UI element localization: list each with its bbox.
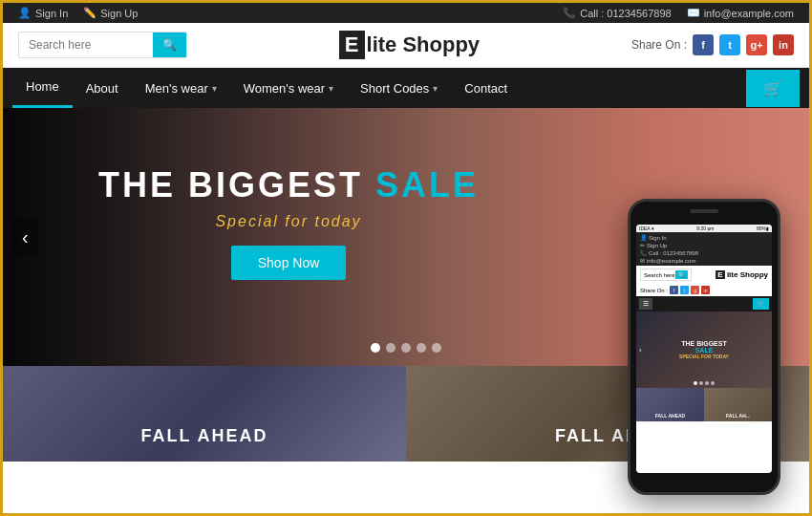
- hero-section: THE BIGGEST SALE Special for today Shop …: [3, 108, 809, 366]
- phone-top-bar: 👤 Sign In ✏ Sign Up 📞 Call : 01234567898…: [636, 232, 772, 266]
- hero-dots: [371, 343, 441, 353]
- phone-signin-item: 👤 Sign In: [640, 234, 768, 241]
- phone-search-placeholder: Search here: [644, 272, 675, 278]
- phone-thumbnails: FALL AHEAD FALL AH...: [636, 388, 772, 421]
- phone-header: Search here 🔍 E lite Shoppy: [636, 266, 772, 284]
- phone-phone-label: Call : 01234567898: [649, 250, 698, 256]
- signup-icon: ✏️: [83, 7, 96, 19]
- hero-title: THE BIGGEST SALE: [98, 165, 479, 205]
- nav-mens-wear[interactable]: Men's wear ▾: [132, 70, 230, 107]
- hero-content: THE BIGGEST SALE Special for today Shop …: [98, 165, 479, 280]
- share-section: Share On : f t g+ in: [631, 34, 794, 55]
- dot-4[interactable]: [417, 343, 426, 353]
- dot-5[interactable]: [432, 343, 441, 353]
- phone-hero-title: THE BIGGEST: [679, 340, 729, 347]
- phone-tw-btn[interactable]: t: [680, 286, 689, 294]
- phone-search-btn[interactable]: 🔍: [675, 270, 688, 279]
- phone-cart-btn[interactable]: 🛒: [753, 298, 769, 310]
- phone-icon: 📞: [563, 7, 576, 19]
- search-button[interactable]: 🔍: [153, 32, 186, 57]
- phone-thumb-1-label: FALL AHEAD: [655, 413, 685, 419]
- phone-status-bar: IDEA ▾ 9:20 pm 80%▮: [636, 225, 772, 232]
- phone-search: Search here 🔍: [640, 269, 692, 281]
- dot-3[interactable]: [401, 343, 411, 353]
- phone-gp-btn[interactable]: g: [691, 286, 699, 294]
- hero-title-text: THE BIGGEST: [98, 165, 375, 204]
- logo-text: lite Shoppy: [367, 32, 481, 57]
- phone-signup-icon: ✏: [640, 242, 645, 248]
- phone-dot-4: [711, 381, 715, 385]
- signup-link[interactable]: ✏️ Sign Up: [83, 7, 138, 19]
- navigation: Home About Men's wear ▾ Women's wear ▾ S…: [3, 68, 809, 108]
- phone-speaker: [690, 209, 718, 213]
- search-input[interactable]: [19, 33, 153, 56]
- phone-thumb-2-label: FALL AH...: [726, 413, 750, 419]
- phone-dot-2: [699, 381, 703, 385]
- phone-hero-arrow[interactable]: ‹: [639, 346, 642, 355]
- phone-phone-icon: 📞: [640, 249, 647, 256]
- phone-share-label: Share On :: [640, 288, 668, 293]
- phone-share: Share On : f t g in: [636, 284, 772, 296]
- hero-prev-arrow[interactable]: ‹: [12, 219, 38, 256]
- phone-mockup: IDEA ▾ 9:20 pm 80%▮ 👤 Sign In ✏ Sign Up …: [628, 199, 780, 495]
- phone-fb-btn[interactable]: f: [670, 286, 678, 294]
- twitter-button[interactable]: t: [719, 34, 740, 55]
- search-box[interactable]: 🔍: [18, 32, 187, 58]
- phone-time: 9:20 pm: [696, 226, 714, 231]
- thumbnail-1-label: FALL AHEAD: [140, 426, 267, 446]
- phone-logo: E lite Shoppy: [716, 270, 768, 279]
- phone-li-btn[interactable]: in: [701, 286, 710, 294]
- phone-thumb-1: FALL AHEAD: [636, 388, 704, 421]
- phone-hero-subtitle: Special for today: [679, 354, 729, 359]
- nav-contact-label: Contact: [464, 81, 507, 96]
- nav-about[interactable]: About: [73, 70, 132, 107]
- user-icon: 👤: [18, 7, 32, 19]
- nav-home[interactable]: Home: [12, 68, 73, 108]
- nav-short-codes-label: Short Codes: [360, 81, 429, 96]
- chevron-down-icon: ▾: [433, 83, 438, 94]
- phone-logo-e: E: [716, 270, 724, 279]
- logo: E lite Shoppy: [339, 31, 480, 59]
- nav-mens-label: Men's wear: [145, 81, 208, 96]
- cart-button[interactable]: 🛒: [746, 70, 800, 107]
- header: 🔍 E lite Shoppy Share On : f t g+ in: [3, 23, 809, 68]
- facebook-button[interactable]: f: [693, 34, 714, 55]
- google-plus-button[interactable]: g+: [746, 34, 767, 55]
- nav-contact[interactable]: Contact: [451, 70, 521, 107]
- phone-logo-text: lite Shoppy: [727, 270, 768, 279]
- phone-carrier: IDEA ▾: [639, 226, 654, 231]
- logo-e: E: [339, 31, 365, 59]
- dot-2[interactable]: [386, 343, 395, 353]
- nav-about-label: About: [86, 81, 118, 96]
- shop-now-button[interactable]: Shop Now: [231, 246, 347, 280]
- phone-email-item: ✉ info@example.com: [640, 257, 768, 264]
- top-bar-right: 📞 Call : 01234567898 ✉️ info@example.com: [563, 7, 794, 19]
- email-info: ✉️ info@example.com: [687, 7, 794, 19]
- email-icon: ✉️: [687, 7, 700, 19]
- phone-email-icon: ✉: [640, 257, 645, 264]
- linkedin-button[interactable]: in: [773, 34, 794, 55]
- chevron-down-icon: ▾: [329, 83, 333, 94]
- chevron-down-icon: ▾: [212, 83, 217, 94]
- dot-1[interactable]: [371, 343, 380, 353]
- phone-dot-1: [694, 381, 697, 385]
- phone-hero-sale: SALE: [679, 347, 729, 354]
- phone-info: 📞 Call : 01234567898: [563, 7, 671, 19]
- phone-phone-item: 📞 Call : 01234567898: [640, 249, 768, 256]
- phone-hero-text: THE BIGGEST SALE Special for today: [679, 340, 729, 359]
- nav-womens-label: Women's wear: [244, 81, 325, 96]
- nav-short-codes[interactable]: Short Codes ▾: [347, 70, 451, 107]
- top-bar: 👤 Sign In ✏️ Sign Up 📞 Call : 0123456789…: [3, 3, 809, 23]
- hero-sale-text: SALE: [375, 165, 479, 204]
- phone-user-icon: 👤: [640, 234, 647, 241]
- phone-thumb-2: FALL AH...: [704, 388, 772, 421]
- top-bar-left: 👤 Sign In ✏️ Sign Up: [18, 7, 138, 19]
- phone-email-label: info@example.com: [647, 258, 695, 264]
- hero-subtitle: Special for today: [98, 213, 479, 230]
- phone-nav: ☰ 🛒: [636, 296, 772, 312]
- thumbnail-1[interactable]: FALL AHEAD: [3, 366, 406, 462]
- nav-womens-wear[interactable]: Women's wear ▾: [230, 70, 347, 107]
- phone-hamburger-btn[interactable]: ☰: [639, 298, 652, 310]
- signin-link[interactable]: 👤 Sign In: [18, 7, 68, 19]
- phone-signup-item: ✏ Sign Up: [640, 242, 768, 248]
